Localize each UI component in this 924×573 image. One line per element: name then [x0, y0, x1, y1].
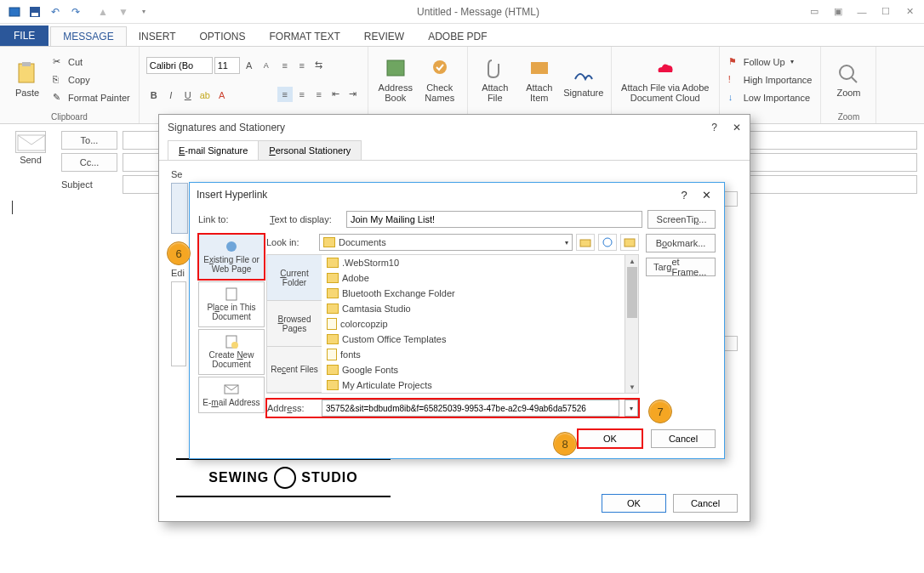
- list-item[interactable]: Adobe: [322, 270, 625, 286]
- sig-cancel-button[interactable]: Cancel: [673, 494, 738, 513]
- italic-button[interactable]: I: [163, 88, 179, 103]
- minimize-ribbon-icon[interactable]: ▣: [827, 3, 849, 21]
- align-center-icon[interactable]: ≡: [294, 87, 310, 102]
- linkto-place-document[interactable]: Place in This Document: [198, 281, 265, 327]
- recent-files-tab[interactable]: Recent Files: [267, 347, 322, 393]
- minimize-icon[interactable]: —: [851, 3, 873, 21]
- grow-font-icon[interactable]: A: [242, 58, 257, 73]
- numbering-icon[interactable]: ≡: [294, 58, 310, 73]
- up-folder-icon[interactable]: [576, 234, 595, 251]
- new-messages-combo[interactable]: [724, 191, 738, 207]
- maximize-icon[interactable]: ☐: [875, 3, 897, 21]
- followup-button[interactable]: ⚑Follow Up▾: [727, 54, 814, 71]
- low-importance-button[interactable]: ↓Low Importance: [727, 89, 814, 106]
- font-color-icon[interactable]: A: [214, 88, 230, 103]
- text-to-display-input[interactable]: [346, 211, 642, 228]
- tab-options[interactable]: OPTIONS: [188, 27, 258, 46]
- bold-button[interactable]: B: [146, 88, 162, 103]
- browsed-pages-tab[interactable]: Browsed Pages: [267, 301, 322, 347]
- tab-adobe-pdf[interactable]: ADOBE PDF: [416, 27, 499, 46]
- tab-insert[interactable]: INSERT: [127, 27, 188, 46]
- tab-file[interactable]: FILE: [0, 26, 48, 46]
- address-dropdown-icon[interactable]: ▾: [625, 400, 638, 417]
- current-folder-tab[interactable]: Current Folder: [267, 255, 322, 301]
- message-body[interactable]: [12, 201, 13, 214]
- cc-button[interactable]: Cc...: [61, 153, 117, 172]
- copy-button[interactable]: ⎘Copy: [51, 71, 132, 88]
- signature-editor[interactable]: [171, 281, 186, 366]
- screentip-button[interactable]: ScreenTip...: [647, 210, 716, 229]
- font-size-combo[interactable]: 11: [214, 57, 240, 74]
- hl-cancel-button[interactable]: Cancel: [651, 429, 716, 448]
- list-item[interactable]: Bluetooth Exchange Folder: [322, 286, 625, 301]
- zoom-button[interactable]: Zoom: [828, 62, 869, 98]
- list-item[interactable]: fonts: [322, 347, 625, 362]
- qat-dropdown-icon[interactable]: ▾: [134, 3, 153, 21]
- ribbon-options-icon[interactable]: ▭: [803, 3, 825, 21]
- tab-format-text[interactable]: FORMAT TEXT: [258, 27, 352, 46]
- scroll-thumb[interactable]: [627, 267, 637, 318]
- signature-button[interactable]: Signature: [563, 62, 604, 98]
- align-left-icon[interactable]: ≡: [277, 87, 293, 102]
- browse-file-icon[interactable]: [620, 234, 639, 251]
- indent-icon[interactable]: ⇆: [311, 58, 327, 73]
- to-button[interactable]: To...: [61, 131, 117, 150]
- linkto-create-new[interactable]: Create New Document: [198, 329, 265, 375]
- tab-review[interactable]: REVIEW: [352, 27, 416, 46]
- hl-close-icon[interactable]: ✕: [695, 189, 717, 201]
- prev-icon[interactable]: ▲: [94, 3, 112, 21]
- list-item[interactable]: My Articulate Projects: [322, 377, 625, 393]
- target-frame-button[interactable]: Target Frame...: [646, 258, 716, 276]
- tab-personal-stationery[interactable]: Personal Stationery: [258, 140, 362, 160]
- hl-ok-button[interactable]: OK: [578, 429, 642, 448]
- paste-button[interactable]: Paste: [7, 62, 48, 98]
- replies-combo[interactable]: [724, 336, 738, 351]
- list-item[interactable]: Camtasia Studio: [322, 301, 625, 316]
- send-button[interactable]: [15, 131, 46, 153]
- outdent-icon[interactable]: ⇤: [328, 87, 344, 102]
- align-right-icon[interactable]: ≡: [311, 87, 327, 102]
- tab-email-signature[interactable]: E-mail Signature: [168, 140, 259, 160]
- scroll-down-icon[interactable]: ▼: [625, 381, 639, 393]
- format-painter-button[interactable]: ✎Format Painter: [51, 89, 132, 106]
- linkto-email-address[interactable]: E-mail Address: [198, 377, 265, 413]
- underline-button[interactable]: U: [180, 88, 196, 103]
- indent2-icon[interactable]: ⇥: [345, 87, 361, 102]
- scroll-up-icon[interactable]: ▲: [625, 255, 639, 267]
- file-list-scrollbar[interactable]: ▲ ▼: [625, 255, 638, 393]
- shrink-font-icon[interactable]: A: [259, 58, 274, 73]
- signature-list[interactable]: [171, 183, 188, 234]
- svg-rect-2: [31, 13, 38, 16]
- highlight-icon[interactable]: ab: [197, 88, 213, 103]
- undo-icon[interactable]: ↶: [46, 3, 65, 21]
- save-icon[interactable]: [26, 3, 44, 21]
- attach-adobe-cloud-button[interactable]: Attach File via Adobe Document Cloud: [619, 57, 712, 103]
- font-name-combo[interactable]: Calibri (Bo: [146, 57, 213, 74]
- file-list[interactable]: .WebStorm10 Adobe Bluetooth Exchange Fol…: [322, 255, 625, 393]
- lookin-combo[interactable]: Documents ▾: [319, 234, 573, 251]
- attach-item-button[interactable]: Attach Item: [519, 57, 560, 103]
- cut-button[interactable]: ✂Cut: [51, 54, 132, 71]
- list-item[interactable]: colorcopzip: [322, 316, 625, 332]
- redo-icon[interactable]: ↷: [66, 3, 85, 21]
- bullets-icon[interactable]: ≡: [277, 58, 293, 73]
- outlook-icon[interactable]: [5, 3, 24, 21]
- high-importance-button[interactable]: !High Importance: [727, 71, 814, 88]
- list-item[interactable]: Google Fonts: [322, 362, 625, 377]
- tab-message[interactable]: MESSAGE: [50, 26, 126, 46]
- bookmark-button[interactable]: Bookmark...: [646, 234, 716, 252]
- next-icon[interactable]: ▼: [114, 3, 133, 21]
- browse-web-icon[interactable]: [598, 234, 617, 251]
- sig-close-icon[interactable]: ✕: [733, 122, 741, 133]
- hl-help-icon[interactable]: ?: [673, 189, 695, 201]
- check-names-button[interactable]: Check Names: [419, 57, 460, 103]
- sig-help-icon[interactable]: ?: [711, 122, 717, 133]
- sig-ok-button[interactable]: OK: [602, 494, 666, 513]
- address-book-button[interactable]: Address Book: [375, 57, 416, 103]
- list-item[interactable]: .WebStorm10: [322, 255, 625, 270]
- attach-file-button[interactable]: Attach File: [475, 57, 516, 103]
- linkto-existing-file[interactable]: Existing File or Web Page: [198, 234, 265, 280]
- list-item[interactable]: Custom Office Templates: [322, 332, 625, 347]
- address-input[interactable]: [322, 400, 619, 417]
- close-icon[interactable]: ✕: [898, 3, 921, 21]
